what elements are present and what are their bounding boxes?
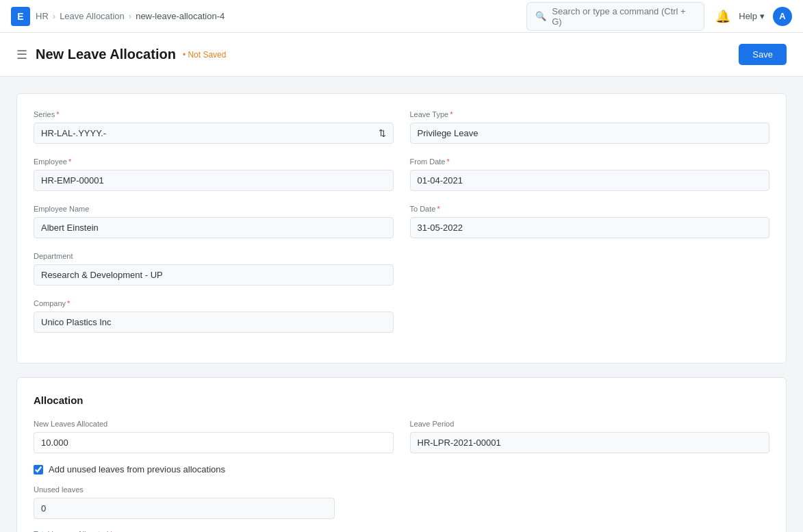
department-label: Department [34,252,394,260]
to-date-group: To Date* 31-05-2022 [410,205,770,238]
not-saved-badge: • Not Saved [183,50,227,60]
notifications-icon[interactable]: 🔔 [715,9,730,24]
leave-type-required: * [450,110,453,118]
new-leaves-label: New Leaves Allocated [34,420,394,428]
breadcrumb-hr[interactable]: HR [36,11,49,21]
series-input[interactable]: HR-LAL-.YYYY.- ⇅ [34,123,394,144]
new-leaves-input[interactable]: 10.000 [34,432,394,453]
department-group: Department Research & Development - UP [34,252,394,286]
employee-name-label: Employee Name [34,205,394,213]
save-button[interactable]: Save [739,44,787,65]
unused-leaves-group: Unused leaves 0 [34,485,335,519]
employee-name-group: Employee Name Albert Einstein [34,205,394,238]
leave-period-input[interactable]: HR-LPR-2021-00001 [410,432,770,453]
topnav: E HR › Leave Allocation › new-leave-allo… [0,0,803,33]
employee-group: Employee* HR-EMP-00001 [34,157,394,191]
avatar[interactable]: A [773,7,792,26]
employee-input[interactable]: HR-EMP-00001 [34,170,394,191]
leave-type-label: Leave Type* [410,110,770,118]
breadcrumb: HR › Leave Allocation › new-leave-alloca… [36,11,521,21]
allocation-section-title: Allocation [34,394,769,406]
department-input[interactable]: Research & Development - UP [34,264,394,286]
breadcrumb-current: new-leave-allocation-4 [136,11,225,21]
company-input[interactable]: Unico Plastics Inc [34,312,394,333]
to-date-input[interactable]: 31-05-2022 [410,217,770,238]
form-row-4: Department Research & Development - UP [34,252,769,286]
company-group: Company* Unico Plastics Inc [34,299,394,333]
employee-required: * [68,157,71,166]
to-date-required: * [437,205,439,213]
breadcrumb-leave-allocation[interactable]: Leave Allocation [60,11,125,21]
unused-leaves-value: 0 [34,498,335,519]
series-label: Series* [34,110,394,118]
checkbox-label: Add unused leaves from previous allocati… [49,464,225,474]
chevron-down-icon: ▾ [760,11,765,21]
leave-type-group: Leave Type* Privilege Leave [410,110,770,144]
search-icon: 🔍 [535,11,546,21]
employee-name-input: Albert Einstein [34,217,394,238]
allocation-card: Allocation New Leaves Allocated 10.000 L… [16,377,787,532]
breadcrumb-sep-1: › [53,11,55,21]
company-required: * [67,299,70,307]
from-date-required: * [446,157,449,166]
company-label: Company* [34,299,394,307]
series-group: Series* HR-LAL-.YYYY.- ⇅ [34,110,394,144]
new-leaves-group: New Leaves Allocated 10.000 [34,420,394,453]
app-logo[interactable]: E [11,7,30,26]
menu-icon[interactable]: ☰ [16,47,27,62]
form-row-2: Employee* HR-EMP-00001 From Date* 01-04-… [34,157,769,191]
page-header: ☰ New Leave Allocation • Not Saved Save [0,33,803,77]
help-label: Help [739,11,757,21]
main-content: Series* HR-LAL-.YYYY.- ⇅ Leave Type* Pri… [0,77,803,532]
allocation-row-1: New Leaves Allocated 10.000 Leave Period… [34,420,769,453]
series-chevron-icon: ⇅ [379,128,386,138]
series-required: * [56,110,59,118]
page-title: New Leave Allocation [36,47,176,62]
breadcrumb-sep-2: › [129,11,131,21]
unused-leaves-label: Unused leaves [34,485,335,494]
to-date-label: To Date* [410,205,770,213]
form-card: Series* HR-LAL-.YYYY.- ⇅ Leave Type* Pri… [16,93,787,364]
unused-leaves-checkbox-row: Add unused leaves from previous allocati… [34,464,769,474]
leave-period-label: Leave Period [410,420,770,428]
placeholder-group-2 [410,299,770,333]
form-row-5: Company* Unico Plastics Inc [34,299,769,333]
series-value: HR-LAL-.YYYY.- [41,128,106,138]
leave-period-group: Leave Period HR-LPR-2021-00001 [410,420,770,453]
search-bar[interactable]: 🔍 Search or type a command (Ctrl + G) [526,2,704,31]
form-row-3: Employee Name Albert Einstein To Date* 3… [34,205,769,238]
form-row-1: Series* HR-LAL-.YYYY.- ⇅ Leave Type* Pri… [34,110,769,144]
from-date-label: From Date* [410,157,770,166]
help-button[interactable]: Help ▾ [739,11,765,21]
search-placeholder-text: Search or type a command (Ctrl + G) [552,6,696,27]
add-unused-leaves-checkbox[interactable] [34,465,43,474]
from-date-input[interactable]: 01-04-2021 [410,170,770,191]
employee-label: Employee* [34,157,394,166]
from-date-group: From Date* 01-04-2021 [410,157,770,191]
placeholder-group [410,252,770,286]
topnav-actions: 🔔 Help ▾ A [715,7,792,26]
leave-type-input[interactable]: Privilege Leave [410,123,770,144]
